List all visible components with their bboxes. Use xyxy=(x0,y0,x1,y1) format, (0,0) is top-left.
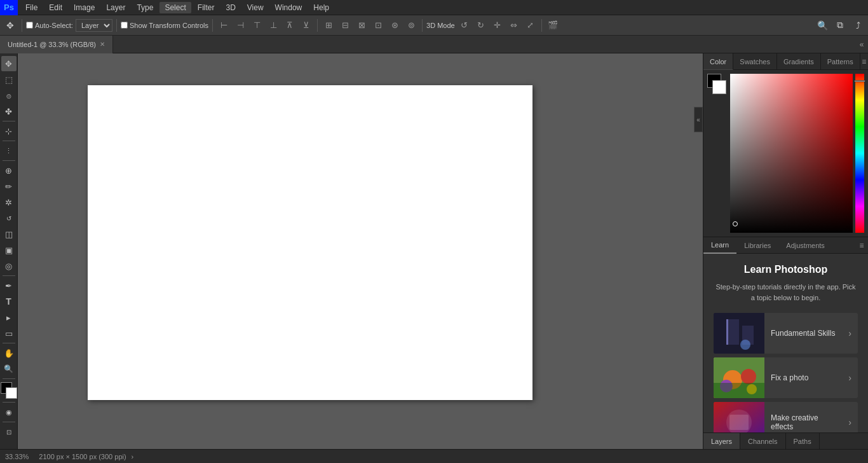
learn-panel-tabs: Learn Libraries Adjustments ≡ xyxy=(703,237,868,254)
tab-patterns[interactable]: Patterns xyxy=(821,53,860,70)
3d-slide-btn[interactable]: ⇔ xyxy=(507,18,521,32)
brush-tool[interactable]: ✏ xyxy=(1,179,17,194)
menu-select[interactable]: Select xyxy=(159,2,191,13)
crop-tool[interactable]: ⊹ xyxy=(1,123,17,139)
align-right-btn[interactable]: ⊤ xyxy=(250,18,264,32)
tutorial-arrow-fundamental: › xyxy=(848,328,858,338)
toolbar-sep-1 xyxy=(22,19,22,32)
tabs-bar: Untitled-1 @ 33.3% (RGB/8) ✕ « xyxy=(0,36,868,53)
hue-indicator xyxy=(854,80,865,82)
move-tool-btn[interactable]: ✥ xyxy=(3,18,18,33)
document-tab[interactable]: Untitled-1 @ 33.3% (RGB/8) ✕ xyxy=(0,36,113,53)
collapse-panel-btn[interactable]: « xyxy=(855,36,868,53)
menu-filter[interactable]: Filter xyxy=(193,2,220,13)
tutorial-card-fundamental[interactable]: Fundamental Skills › xyxy=(714,313,858,354)
menu-type[interactable]: Type xyxy=(132,2,158,13)
tab-color[interactable]: Color xyxy=(703,53,733,70)
align-center-h-btn[interactable]: ⊣ xyxy=(233,18,247,32)
hue-slider[interactable] xyxy=(855,74,864,233)
menu-view[interactable]: View xyxy=(242,2,269,13)
3d-orbit-btn[interactable]: ↺ xyxy=(458,18,471,32)
layer-kind-dropdown[interactable]: Layer xyxy=(76,19,112,32)
align-top-btn[interactable]: ⊥ xyxy=(266,18,280,32)
search-btn[interactable]: 🔍 xyxy=(815,18,830,33)
tutorial-card-fix-photo[interactable]: Fix a photo › xyxy=(714,357,858,398)
tutorial-arrow-fix-photo: › xyxy=(848,373,858,383)
color-panel-tabs: Color Swatches Gradients Patterns ≡ xyxy=(703,53,868,70)
3d-pan-btn[interactable]: ✛ xyxy=(491,18,505,32)
svg-rect-13 xyxy=(729,415,749,430)
auto-select-checkbox: Auto-Select: xyxy=(26,22,73,29)
bg-color-indicator[interactable] xyxy=(712,80,726,94)
expand-panels-btn[interactable]: « xyxy=(694,107,703,132)
heal-tool[interactable]: ⊕ xyxy=(1,163,17,178)
distribute-center-h-btn[interactable]: ⊟ xyxy=(338,18,352,32)
pen-tool[interactable]: ✒ xyxy=(1,278,17,293)
menu-window[interactable]: Window xyxy=(270,2,308,13)
gradient-tool[interactable]: ▣ xyxy=(1,242,17,258)
tab-swatches[interactable]: Swatches xyxy=(733,53,777,70)
tab-learn[interactable]: Learn xyxy=(703,237,736,254)
close-doc-btn[interactable]: ✕ xyxy=(100,41,105,48)
distribute-bottom-btn[interactable]: ⊚ xyxy=(404,18,418,32)
svg-point-7 xyxy=(741,369,756,384)
toolbar-sep-6 xyxy=(541,19,542,32)
share-btn[interactable]: ⤴ xyxy=(850,18,865,33)
menu-help[interactable]: Help xyxy=(308,2,334,13)
distribute-left-btn[interactable]: ⊞ xyxy=(322,18,336,32)
align-bottom-btn[interactable]: ⊻ xyxy=(299,18,313,32)
auto-select-input[interactable] xyxy=(26,22,33,29)
menubar: Ps File Edit Image Layer Type Select Fil… xyxy=(0,0,868,15)
eraser-tool[interactable]: ◫ xyxy=(1,226,17,242)
3d-roll-btn[interactable]: ↻ xyxy=(474,18,488,32)
path-select-tool[interactable]: ▸ xyxy=(1,310,17,325)
tab-paths[interactable]: Paths xyxy=(786,433,820,450)
quick-mask-btn[interactable]: ◉ xyxy=(1,404,17,420)
color-saturation-picker[interactable] xyxy=(730,74,853,233)
3d-camera-btn[interactable]: 🎬 xyxy=(546,18,560,32)
tool-separator-5 xyxy=(3,343,15,343)
shape-tool[interactable]: ▭ xyxy=(1,326,17,341)
auto-select-label: Auto-Select: xyxy=(35,22,73,29)
distribute-right-btn[interactable]: ⊠ xyxy=(355,18,369,32)
align-left-btn[interactable]: ⊢ xyxy=(217,18,231,32)
zoom-tool[interactable]: 🔍 xyxy=(1,361,17,377)
marquee-tool[interactable]: ⬚ xyxy=(1,72,17,87)
history-brush[interactable]: ↺ xyxy=(1,211,17,226)
tab-channels[interactable]: Channels xyxy=(740,433,785,450)
more-info-btn[interactable]: › xyxy=(132,453,134,460)
tab-layers[interactable]: Layers xyxy=(703,433,740,450)
background-color[interactable] xyxy=(6,387,17,399)
menu-file[interactable]: File xyxy=(20,2,43,13)
hand-tool[interactable]: ✋ xyxy=(1,345,17,361)
tab-adjustments[interactable]: Adjustments xyxy=(778,237,832,254)
menu-layer[interactable]: Layer xyxy=(101,2,130,13)
color-gradient-container xyxy=(730,74,864,233)
learn-panel-menu-btn[interactable]: ≡ xyxy=(855,237,868,253)
menu-3d[interactable]: 3D xyxy=(220,2,240,13)
type-tool[interactable]: T xyxy=(1,294,17,309)
tab-libraries[interactable]: Libraries xyxy=(736,237,778,254)
learn-subtitle: Step-by-step tutorials directly in the a… xyxy=(714,282,858,303)
distribute-center-v-btn[interactable]: ⊛ xyxy=(388,18,402,32)
svg-rect-10 xyxy=(714,383,764,398)
screen-mode-btn[interactable]: ⊡ xyxy=(1,424,17,439)
align-center-v-btn[interactable]: ⊼ xyxy=(283,18,297,32)
color-panel-menu-btn[interactable]: ≡ xyxy=(860,53,868,69)
clone-tool[interactable]: ✲ xyxy=(1,195,17,210)
arrange-btn[interactable]: ⧉ xyxy=(832,18,848,33)
color-selector xyxy=(1,382,17,399)
menu-image[interactable]: Image xyxy=(69,2,100,13)
menu-edit[interactable]: Edit xyxy=(44,2,67,13)
eyedropper-tool[interactable]: ⋮ xyxy=(1,143,17,158)
distribute-top-btn[interactable]: ⊡ xyxy=(371,18,385,32)
transform-controls-input[interactable] xyxy=(121,22,128,29)
3d-scale-btn[interactable]: ⤢ xyxy=(524,18,538,32)
burn-tool[interactable]: ◎ xyxy=(1,258,17,273)
lasso-tool[interactable]: ⌾ xyxy=(1,88,17,103)
tab-gradients[interactable]: Gradients xyxy=(777,53,821,70)
canvas-area xyxy=(18,53,703,449)
tutorial-card-creative[interactable]: Make creative effects › xyxy=(714,402,858,432)
quick-select-tool[interactable]: ✤ xyxy=(1,104,17,119)
move-tool[interactable]: ✥ xyxy=(1,56,17,71)
